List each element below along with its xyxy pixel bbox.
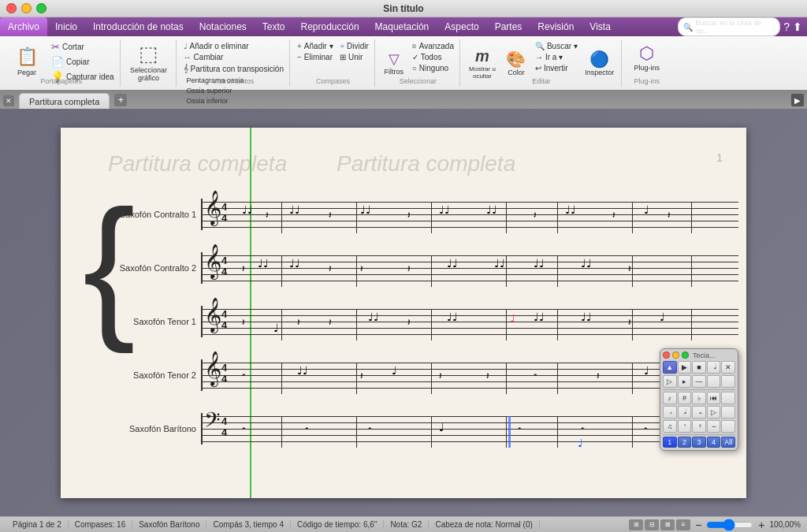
goto-button[interactable]: → Ir a ▾ bbox=[533, 52, 580, 62]
barline bbox=[431, 255, 432, 287]
staff-line bbox=[203, 334, 738, 335]
zoom-plus[interactable]: + bbox=[758, 519, 764, 531]
kp-num-row: 1 2 3 4 All bbox=[663, 437, 735, 448]
cut-button[interactable]: ✂ Cortar bbox=[49, 40, 117, 54]
kp-right-btn[interactable]: ▸ bbox=[678, 375, 692, 388]
cut-icon: ✂ bbox=[51, 41, 60, 53]
kp-num-3[interactable]: 3 bbox=[692, 437, 706, 448]
kp-slur-btn[interactable]: ⌣ bbox=[707, 420, 721, 433]
kp-num-all[interactable]: All bbox=[721, 437, 735, 448]
kp-min-dot[interactable] bbox=[672, 352, 679, 359]
search-button[interactable]: 🔍 Buscar ▾ bbox=[533, 41, 580, 51]
note-s4-3: ♩ bbox=[644, 364, 649, 377]
kp-close-dot[interactable] bbox=[663, 352, 670, 359]
tab-scroll-button[interactable]: ▶ bbox=[791, 94, 804, 106]
time-sig-top-2: 4 bbox=[221, 255, 227, 266]
view-icon-3[interactable]: ⊠ bbox=[660, 519, 675, 530]
view-icon-2[interactable]: ⊟ bbox=[645, 519, 659, 530]
kp-row3: ♪ # ♭ ⏮ bbox=[663, 392, 735, 404]
note-s2-1: ♩♩ bbox=[258, 257, 269, 270]
menu-item-aspecto[interactable]: Aspecto bbox=[437, 17, 486, 36]
view-icon-1[interactable]: ⊞ bbox=[629, 519, 643, 530]
ossia-superior-button[interactable]: Ossia superior bbox=[184, 86, 286, 95]
select-graphic-button[interactable]: ⬚ Seleccionar gráfico bbox=[125, 39, 173, 84]
kp-cursor-btn[interactable]: ▲ bbox=[663, 361, 677, 374]
staff-line bbox=[203, 381, 738, 382]
kp-num-4[interactable]: 4 bbox=[707, 437, 721, 448]
toolbar-group-seleccionar2: ▽ Filtros ≡ Avanzada ✓ Todos ○ Ninguno S… bbox=[377, 39, 460, 87]
minimize-button[interactable] bbox=[21, 3, 32, 13]
kp-whole-btn[interactable]: 𝅝 bbox=[692, 406, 706, 419]
add-bar-icon: + bbox=[297, 42, 302, 50]
none-select-button[interactable]: ○ Ninguno bbox=[410, 63, 456, 73]
kp-row5: ♫ 𝄾 𝄿 ⌣ bbox=[663, 420, 735, 433]
kp-back-btn[interactable]: ⏮ bbox=[707, 392, 721, 404]
transposition-button[interactable]: 𝄞 Partitura con transposición bbox=[181, 63, 286, 74]
tab-partitura-completa[interactable]: Partitura completa bbox=[19, 93, 110, 109]
kp-play-btn[interactable]: ▶ bbox=[678, 361, 692, 374]
staff-line bbox=[203, 422, 738, 423]
invert-button[interactable]: ↩ Invertir bbox=[533, 63, 580, 73]
add-remove-button[interactable]: ♩ Añadir o eliminar bbox=[181, 41, 286, 51]
view-icon-4[interactable]: ≡ bbox=[676, 519, 690, 530]
menu-item-texto[interactable]: Texto bbox=[255, 17, 293, 36]
note-s5-blue: ♩ bbox=[578, 437, 583, 449]
kp-arrow-btn[interactable]: ▷ bbox=[663, 375, 677, 388]
status-note: Nota: G2 bbox=[384, 520, 429, 529]
kp-quarter-btn[interactable]: 𝅘𝅥 bbox=[678, 406, 692, 419]
change-button[interactable]: ↔ Cambiar bbox=[181, 52, 286, 62]
kp-note2-btn[interactable]: ♪ bbox=[663, 392, 677, 404]
kp-rest2-btn[interactable]: 𝄿 bbox=[692, 420, 706, 433]
invert-icon: ↩ bbox=[535, 64, 541, 73]
kp-stop-btn[interactable]: ■ bbox=[692, 361, 706, 374]
zoom-slider[interactable] bbox=[706, 519, 753, 531]
kp-num-2[interactable]: 2 bbox=[678, 437, 692, 448]
help-button[interactable]: ? bbox=[783, 20, 790, 33]
kp-arr-btn[interactable]: ▷ bbox=[707, 406, 721, 419]
menu-item-inicio[interactable]: Inicio bbox=[47, 17, 85, 36]
menu-item-revision[interactable]: Revisión bbox=[530, 17, 582, 36]
divide-bar-button[interactable]: ÷ Dividir bbox=[338, 41, 371, 51]
kp-note-btn[interactable]: 𝅘𝅥 bbox=[707, 361, 721, 374]
all-select-button[interactable]: ✓ Todos bbox=[410, 52, 456, 62]
menu-item-partes[interactable]: Partes bbox=[487, 17, 530, 36]
menu-item-maquetacion[interactable]: Maquetación bbox=[367, 17, 437, 36]
add-tab-button[interactable]: + bbox=[114, 94, 127, 106]
menu-item-intro-notas[interactable]: Introducción de notas bbox=[85, 17, 192, 36]
kp-beam-btn[interactable]: ♫ bbox=[663, 420, 677, 433]
kp-max-dot[interactable] bbox=[682, 352, 689, 359]
kp-flat-btn[interactable]: ♭ bbox=[692, 392, 706, 404]
menu-item-reproduccion[interactable]: Reproducción bbox=[293, 17, 367, 36]
kp-rest-btn[interactable]: 𝄾 bbox=[678, 420, 692, 433]
join-bar-button[interactable]: ⊞ Unir bbox=[337, 52, 365, 62]
note-s4-2: ♩ bbox=[392, 364, 397, 377]
kp-num-1[interactable]: 1 bbox=[663, 437, 677, 448]
staff-line bbox=[203, 328, 738, 329]
ribbon-search[interactable]: 🔍 Buscar en la cinta de op... bbox=[678, 17, 780, 36]
remove-bar-button[interactable]: − Eliminar bbox=[295, 52, 335, 62]
menu-item-vista[interactable]: Vista bbox=[582, 17, 618, 36]
menu-bar: Archivo Inicio Introducción de notas Not… bbox=[0, 17, 807, 36]
status-bar: Página 1 de 2 Compases: 16 Saxofón Barít… bbox=[0, 516, 807, 532]
menu-item-notaciones[interactable]: Notaciones bbox=[192, 17, 255, 36]
kp-sharp-btn[interactable]: # bbox=[678, 392, 692, 404]
add-bar-button[interactable]: + Añadir ▾ bbox=[295, 41, 336, 51]
staff-start-line bbox=[201, 359, 203, 391]
close-button[interactable] bbox=[6, 3, 17, 13]
maximize-button[interactable] bbox=[36, 3, 46, 13]
expand-button[interactable]: ⬆ bbox=[793, 20, 802, 33]
barline bbox=[557, 255, 558, 287]
copy-button[interactable]: 📄 Copiar bbox=[49, 55, 117, 69]
menu-item-archivo[interactable]: Archivo bbox=[0, 17, 47, 36]
window-controls[interactable] bbox=[6, 3, 46, 13]
kp-half-btn[interactable]: 𝅗 bbox=[663, 406, 677, 419]
tab-close-button[interactable]: ✕ bbox=[3, 95, 14, 106]
kp-x-btn[interactable]: ✕ bbox=[721, 361, 735, 374]
plugins-button[interactable]: ⬡ Plug-ins bbox=[627, 39, 668, 76]
goto-icon: → bbox=[535, 53, 543, 61]
kp-dash-btn[interactable]: — bbox=[692, 375, 706, 388]
advanced-select-button[interactable]: ≡ Avanzada bbox=[410, 41, 456, 51]
zoom-minus[interactable]: − bbox=[695, 519, 701, 531]
note-group: ♩♩ bbox=[242, 203, 253, 216]
ossia-inferior-button[interactable]: Ossia inferior bbox=[184, 96, 286, 106]
